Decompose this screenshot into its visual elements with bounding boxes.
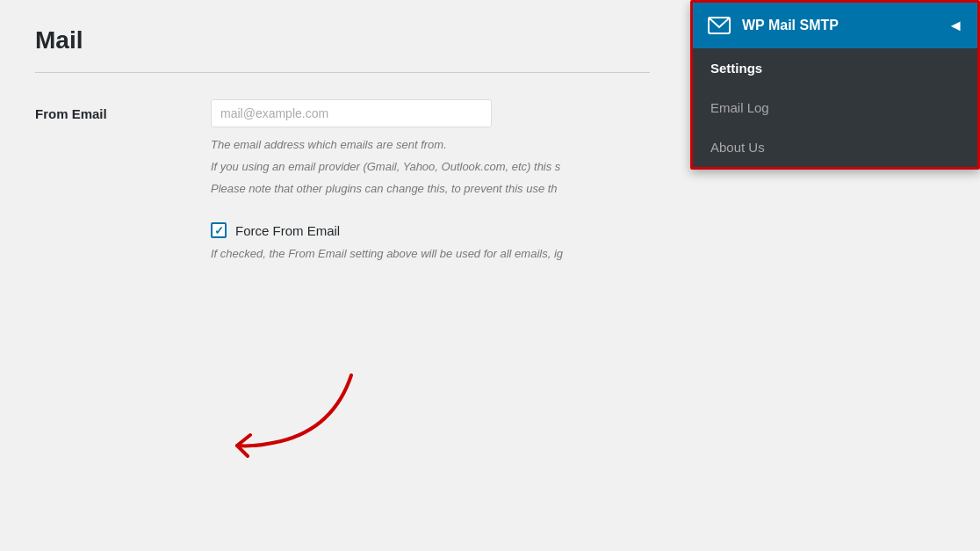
- section-divider: [35, 72, 650, 73]
- plugin-icon: [707, 13, 731, 38]
- dropdown-item-email-log[interactable]: Email Log: [693, 88, 977, 127]
- force-from-email-help: If checked, the From Email setting above…: [211, 247, 650, 260]
- dropdown-title: WP Mail SMTP: [742, 18, 937, 33]
- dropdown-item-about-us[interactable]: About Us: [693, 127, 977, 167]
- page-title: Mail: [35, 26, 650, 54]
- force-from-email-checkbox[interactable]: ✓: [211, 222, 227, 238]
- about-us-label: About Us: [710, 140, 765, 155]
- from-email-row: From Email The email address which email…: [35, 99, 650, 201]
- settings-label: Settings: [710, 61, 762, 76]
- from-email-label: From Email: [35, 99, 211, 121]
- from-email-field-area: The email address which emails are sent …: [211, 99, 650, 201]
- help-text-3: Please note that other plugins can chang…: [211, 180, 650, 199]
- dropdown-item-settings[interactable]: Settings: [693, 48, 977, 88]
- email-log-label: Email Log: [710, 100, 769, 115]
- arrow-annotation: [193, 358, 369, 463]
- checkmark-icon: ✓: [214, 224, 224, 237]
- force-from-email-row: ✓ Force From Email: [211, 222, 650, 238]
- help-text-1: The email address which emails are sent …: [211, 136, 650, 155]
- dropdown-collapse-icon[interactable]: ◄: [948, 17, 963, 35]
- dropdown-header[interactable]: WP Mail SMTP ◄: [693, 3, 977, 48]
- main-content: Mail From Email The email address which …: [0, 0, 685, 286]
- force-from-email-label: Force From Email: [235, 223, 340, 238]
- help-text-2: If you using an email provider (Gmail, Y…: [211, 158, 650, 177]
- dropdown-menu: WP Mail SMTP ◄ Settings Email Log About …: [690, 0, 980, 170]
- from-email-input[interactable]: [211, 99, 492, 127]
- dropdown-body: Settings Email Log About Us: [693, 48, 977, 167]
